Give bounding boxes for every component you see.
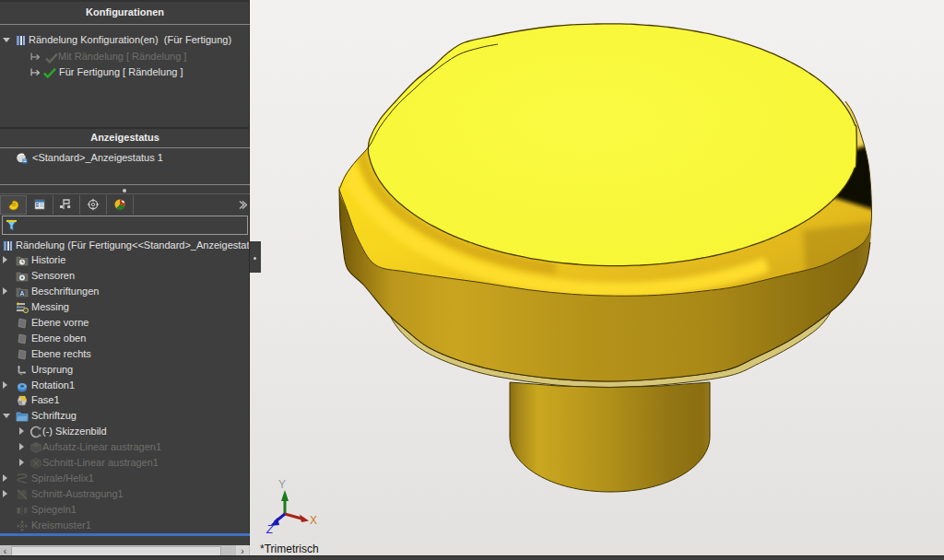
svg-text:A: A xyxy=(20,290,25,297)
svg-text:Y: Y xyxy=(278,478,286,491)
svg-text:*Trimetrisch: *Trimetrisch xyxy=(260,542,319,555)
svg-text:Z: Z xyxy=(266,523,274,536)
svg-text:X: X xyxy=(310,514,317,527)
